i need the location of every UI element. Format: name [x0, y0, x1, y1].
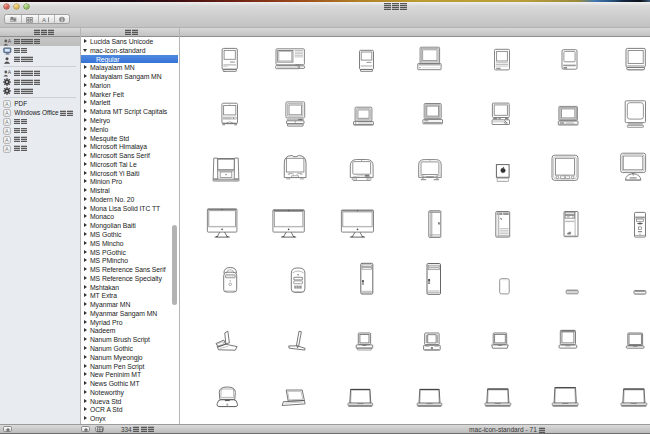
svg-text:A: A [5, 101, 9, 107]
svg-text:A: A [5, 128, 9, 134]
svg-text:A: A [8, 38, 12, 44]
svg-text:A: A [5, 146, 9, 152]
svg-text:A: A [8, 70, 12, 76]
svg-text:A: A [42, 17, 46, 23]
svg-text:A: A [5, 119, 9, 125]
svg-text:A: A [5, 110, 9, 116]
svg-text:A: A [5, 137, 9, 143]
